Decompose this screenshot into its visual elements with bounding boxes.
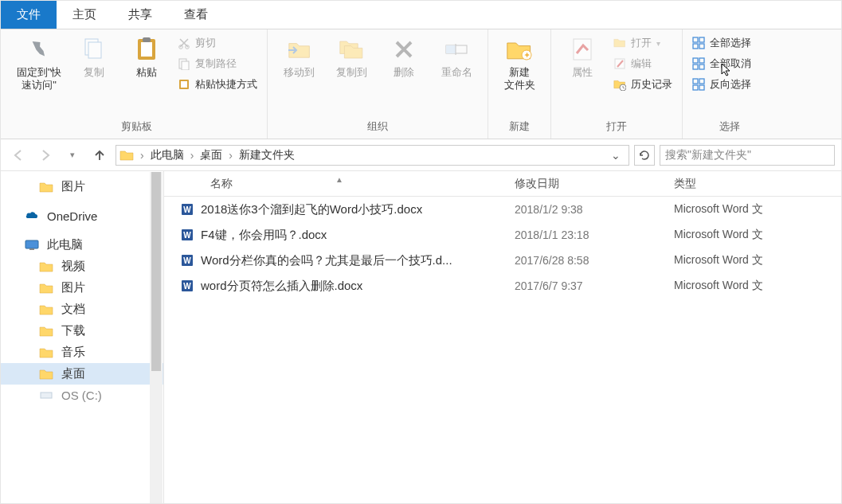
tab-view[interactable]: 查看: [168, 1, 224, 29]
copy-to-button[interactable]: 复制到: [327, 33, 376, 82]
nav-back-button[interactable]: [7, 144, 29, 166]
delete-x-icon: [390, 36, 417, 63]
properties-button[interactable]: 属性: [558, 33, 607, 82]
sidebar-item-downloads[interactable]: 下载: [1, 320, 163, 342]
tab-file[interactable]: 文件: [1, 1, 57, 29]
tab-home[interactable]: 主页: [57, 1, 112, 29]
folder-icon: [39, 367, 55, 381]
properties-icon: [569, 36, 596, 63]
rename-icon: [443, 36, 470, 63]
refresh-button[interactable]: [634, 145, 655, 166]
tab-share[interactable]: 共享: [112, 1, 168, 29]
folder-icon: [119, 148, 134, 162]
group-label-new: 新建: [509, 118, 530, 137]
copy-button[interactable]: 复制: [69, 33, 119, 82]
file-row[interactable]: F4键，你会用吗？.docx 2018/1/1 23:18 Microsoft …: [164, 222, 841, 248]
open-button[interactable]: 打开▾: [610, 34, 676, 52]
file-row[interactable]: word分页符怎么插入删除.docx 2017/6/7 9:37 Microso…: [164, 273, 841, 299]
crumb-current[interactable]: 新建文件夹: [239, 148, 295, 162]
scroll-thumb[interactable]: [151, 172, 161, 371]
paste-button[interactable]: 粘贴: [122, 33, 171, 82]
svg-rect-20: [446, 45, 456, 53]
rename-button[interactable]: 重命名: [432, 33, 481, 82]
open-icon: [613, 37, 626, 49]
header-type[interactable]: 类型: [674, 177, 841, 191]
history-icon: [613, 78, 626, 91]
edit-button[interactable]: 编辑: [610, 55, 676, 72]
word-doc-icon: [180, 253, 194, 268]
folder-icon: [39, 303, 55, 317]
word-doc-icon: [180, 228, 194, 242]
sidebar-scrollbar[interactable]: [150, 172, 163, 504]
copy-to-icon: [338, 36, 365, 63]
sidebar-item-desktop[interactable]: 桌面: [1, 363, 163, 385]
new-folder-button[interactable]: ✦ 新建 文件夹: [495, 33, 544, 95]
word-doc-icon: [180, 202, 194, 217]
folder-icon: [39, 324, 55, 338]
address-bar: ▾ › 此电脑 › 桌面 › 新建文件夹 ⌄ 搜索"新建文件夹": [1, 139, 841, 171]
select-all-button[interactable]: 全部选择: [689, 34, 770, 52]
pin-icon: [25, 36, 53, 63]
move-to-icon: [285, 36, 312, 63]
crumb-this-pc[interactable]: 此电脑: [151, 148, 184, 162]
scissors-icon: [178, 37, 190, 49]
edit-icon: [613, 57, 626, 70]
invert-selection-button[interactable]: 反向选择: [689, 76, 770, 93]
header-date[interactable]: 修改日期: [515, 177, 674, 191]
sidebar-item-videos[interactable]: 视频: [1, 256, 163, 277]
paste-icon: [133, 36, 160, 63]
pc-icon: [25, 238, 41, 252]
delete-button[interactable]: 删除: [379, 33, 429, 82]
crumb-desktop[interactable]: 桌面: [200, 148, 222, 162]
svg-rect-12: [143, 37, 151, 42]
folder-icon: [39, 346, 55, 360]
sidebar-item-onedrive[interactable]: OneDrive: [1, 205, 163, 226]
folder-icon: [39, 281, 55, 295]
sidebar-item-music[interactable]: 音乐: [1, 342, 163, 363]
sidebar-item-os-c[interactable]: OS (C:): [1, 385, 163, 405]
cut-button[interactable]: 剪切: [174, 34, 260, 52]
word-doc-icon: [180, 279, 194, 293]
cursor-icon: [721, 63, 732, 77]
header-name[interactable]: ▲名称: [164, 177, 515, 191]
paste-shortcut-button[interactable]: 粘贴快捷方式: [174, 76, 260, 93]
sidebar-item-this-pc[interactable]: 此电脑: [1, 234, 163, 256]
ribbon-tabs: 文件 主页 共享 查看: [1, 1, 841, 29]
breadcrumb[interactable]: › 此电脑 › 桌面 › 新建文件夹 ⌄: [116, 145, 629, 166]
new-folder-icon: ✦: [506, 36, 533, 63]
select-none-button[interactable]: 全部取消: [689, 55, 770, 72]
folder-icon: [39, 260, 55, 274]
onedrive-icon: [25, 209, 41, 223]
history-button[interactable]: 历史记录: [610, 76, 676, 93]
file-row[interactable]: Word分栏你真的会吗？尤其是最后一个技巧.d... 2017/6/28 8:5…: [164, 248, 841, 273]
copy-icon: [80, 36, 108, 63]
sidebar-item-pictures[interactable]: 图片: [1, 277, 163, 299]
move-to-button[interactable]: 移动到: [274, 33, 323, 82]
breadcrumb-dropdown[interactable]: ⌄: [606, 149, 625, 162]
search-input[interactable]: 搜索"新建文件夹": [660, 145, 835, 166]
sidebar-item-documents[interactable]: 文档: [1, 299, 163, 320]
select-none-icon: [692, 57, 705, 70]
svg-rect-16: [182, 61, 189, 70]
ribbon: 固定到"快 速访问" 复制 粘贴 剪切: [1, 29, 841, 139]
svg-text:✦: ✦: [523, 50, 531, 60]
group-label-organize: 组织: [367, 118, 388, 137]
group-label-clipboard: 剪贴板: [121, 118, 152, 137]
copy-path-icon: [178, 57, 190, 70]
file-row[interactable]: 2018送你3个溜到起飞的Word小技巧.docx 2018/1/2 9:38 …: [164, 197, 841, 222]
recent-locations-button[interactable]: ▾: [61, 144, 84, 166]
invert-selection-icon: [692, 78, 705, 91]
nav-up-button[interactable]: [88, 144, 111, 166]
svg-rect-27: [41, 393, 52, 398]
file-list: ▲名称 修改日期 类型 2018送你3个溜到起飞的Word小技巧.docx 20…: [164, 171, 841, 504]
sort-indicator-icon: ▲: [335, 175, 343, 184]
group-label-open: 打开: [606, 118, 627, 137]
pin-quick-access-button[interactable]: 固定到"快 速访问": [12, 33, 66, 95]
nav-forward-button[interactable]: [34, 144, 57, 166]
copy-path-button[interactable]: 复制路径: [174, 55, 260, 72]
select-all-icon: [692, 37, 705, 49]
svg-rect-9: [88, 42, 101, 58]
sidebar-item-pictures-qa[interactable]: 图片: [1, 176, 163, 197]
svg-rect-11: [141, 42, 152, 57]
column-headers: ▲名称 修改日期 类型: [164, 171, 841, 197]
